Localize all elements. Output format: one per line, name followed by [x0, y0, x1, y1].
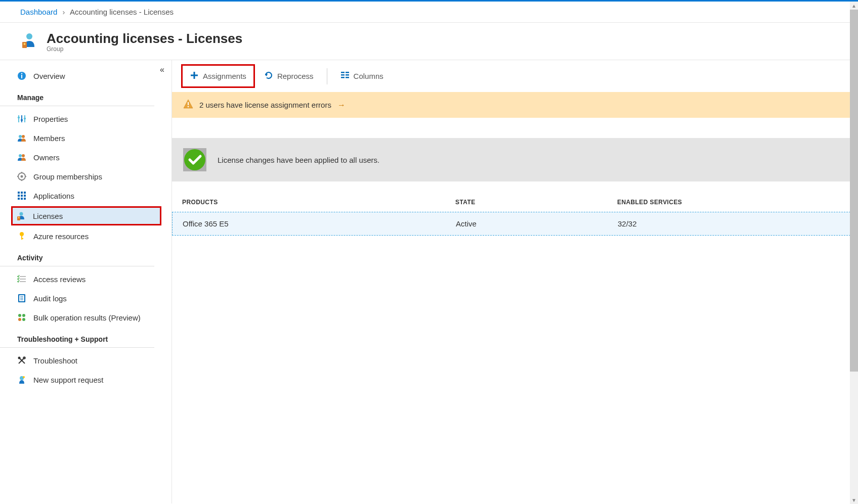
svg-point-66 [188, 106, 189, 108]
svg-rect-23 [21, 192, 23, 194]
svg-rect-60 [341, 74, 345, 76]
svg-rect-28 [18, 198, 20, 200]
warning-icon [183, 99, 193, 111]
columns-icon [340, 71, 350, 81]
members-icon [17, 133, 26, 143]
bulk-ops-icon [17, 313, 26, 322]
svg-rect-9 [18, 117, 20, 118]
breadcrumb-root[interactable]: Dashboard [20, 8, 57, 16]
toolbar-divider [327, 68, 327, 84]
svg-point-34 [20, 232, 24, 236]
toolbar: Assignments Reprocess Columns [172, 60, 858, 92]
sidebar-item-applications[interactable]: Applications [0, 186, 171, 205]
main-content: Assignments Reprocess Columns 2 users ha… [172, 60, 858, 503]
svg-point-33 [18, 217, 20, 218]
sidebar-item-audit-logs[interactable]: Audit logs [0, 289, 171, 308]
svg-rect-59 [346, 72, 349, 73]
svg-rect-4 [21, 75, 22, 78]
toolbar-label: Assignments [203, 72, 246, 80]
sidebar-item-label: Azure resources [33, 232, 89, 241]
svg-rect-63 [346, 77, 349, 78]
chevron-right-icon: › [63, 8, 65, 16]
status-banner: License changes have been applied to all… [172, 138, 858, 181]
scroll-down-icon[interactable]: ▼ [850, 496, 858, 503]
sidebar-item-new-support-request[interactable]: New support request [0, 370, 171, 389]
owners-icon [17, 153, 26, 162]
svg-point-17 [21, 175, 23, 178]
cell-enabled-services: 32/32 [618, 219, 847, 228]
sidebar-item-properties[interactable]: Properties [0, 109, 171, 128]
svg-rect-58 [341, 72, 345, 73]
support-icon [17, 375, 26, 384]
svg-rect-61 [346, 74, 349, 76]
svg-point-5 [21, 73, 22, 74]
table-row[interactable]: Office 365 E5 Active 32/32 [172, 212, 858, 236]
log-icon [17, 294, 26, 303]
sidebar-item-label: Troubleshoot [33, 356, 77, 365]
svg-rect-26 [21, 195, 23, 197]
svg-point-47 [18, 318, 21, 321]
group-licenses-icon [20, 32, 38, 52]
sidebar-item-label: New support request [33, 376, 103, 384]
svg-rect-62 [341, 77, 345, 78]
plus-icon [190, 71, 199, 81]
sidebar-section-troubleshooting: Troubleshooting + Support [0, 327, 154, 348]
sidebar-item-licenses[interactable]: Licenses [11, 206, 161, 225]
svg-rect-36 [21, 238, 23, 239]
scroll-up-icon[interactable]: ▲ [850, 2, 858, 10]
checklist-icon [17, 274, 26, 284]
sidebar-item-label: Bulk operation results (Preview) [33, 313, 141, 322]
svg-rect-65 [188, 102, 189, 105]
sidebar-item-azure-resources[interactable]: Azure resources [0, 226, 171, 246]
sidebar-section-manage: Manage [0, 85, 154, 106]
sidebar-item-label: Licenses [33, 212, 63, 220]
sidebar-item-label: Members [33, 134, 65, 143]
sidebar-item-bulk-operations[interactable]: Bulk operation results (Preview) [0, 308, 171, 327]
sidebar-item-label: Properties [33, 115, 68, 123]
arrow-right-icon: → [337, 101, 346, 110]
sidebar-item-overview[interactable]: Overview [0, 66, 171, 85]
column-header-enabled-services[interactable]: ENABLED SERVICES [617, 199, 848, 206]
sidebar-item-members[interactable]: Members [0, 128, 171, 148]
svg-rect-25 [18, 195, 20, 197]
info-icon [17, 71, 26, 80]
sidebar-item-label: Applications [33, 192, 74, 200]
vertical-scrollbar[interactable]: ▲ ▼ [850, 2, 858, 503]
status-text: License changes have been applied to all… [218, 156, 379, 164]
svg-rect-6 [18, 115, 19, 122]
svg-point-13 [22, 135, 25, 138]
sidebar-item-label: Overview [33, 72, 65, 80]
svg-point-51 [18, 357, 21, 359]
gear-icon [17, 172, 26, 181]
svg-point-45 [18, 314, 21, 317]
sliders-icon [17, 114, 26, 123]
warning-banner[interactable]: 2 users have license assignment errors → [172, 92, 858, 118]
sidebar-item-label: Audit logs [33, 294, 67, 303]
scrollbar-thumb[interactable] [850, 10, 858, 372]
page-title: Accounting licenses - Licenses [47, 31, 242, 47]
sidebar-item-owners[interactable]: Owners [0, 148, 171, 167]
licenses-table: PRODUCTS STATE ENABLED SERVICES Office 3… [172, 199, 858, 236]
columns-button[interactable]: Columns [333, 66, 391, 86]
reprocess-button[interactable]: Reprocess [257, 66, 321, 86]
svg-point-67 [184, 149, 205, 170]
column-header-products[interactable]: PRODUCTS [182, 199, 455, 206]
column-header-state[interactable]: STATE [455, 199, 617, 206]
key-icon [17, 232, 26, 241]
sidebar-item-access-reviews[interactable]: Access reviews [0, 269, 171, 289]
breadcrumb-current: Accounting licenses - Licenses [70, 8, 174, 16]
page-subtitle: Group [47, 45, 242, 53]
collapse-sidebar-button[interactable]: « [160, 65, 164, 74]
cell-product: Office 365 E5 [183, 219, 456, 228]
svg-rect-7 [21, 115, 22, 122]
sidebar-item-label: Group memberships [33, 172, 102, 181]
assignments-button[interactable]: Assignments [181, 64, 255, 88]
sidebar-item-group-memberships[interactable]: Group memberships [0, 167, 171, 186]
svg-rect-11 [24, 118, 26, 119]
cell-state: Active [456, 219, 618, 228]
svg-point-46 [22, 314, 25, 317]
sidebar-item-troubleshoot[interactable]: Troubleshoot [0, 351, 171, 370]
toolbar-label: Reprocess [277, 72, 314, 80]
svg-point-31 [20, 212, 23, 216]
breadcrumb: Dashboard › Accounting licenses - Licens… [0, 2, 858, 22]
